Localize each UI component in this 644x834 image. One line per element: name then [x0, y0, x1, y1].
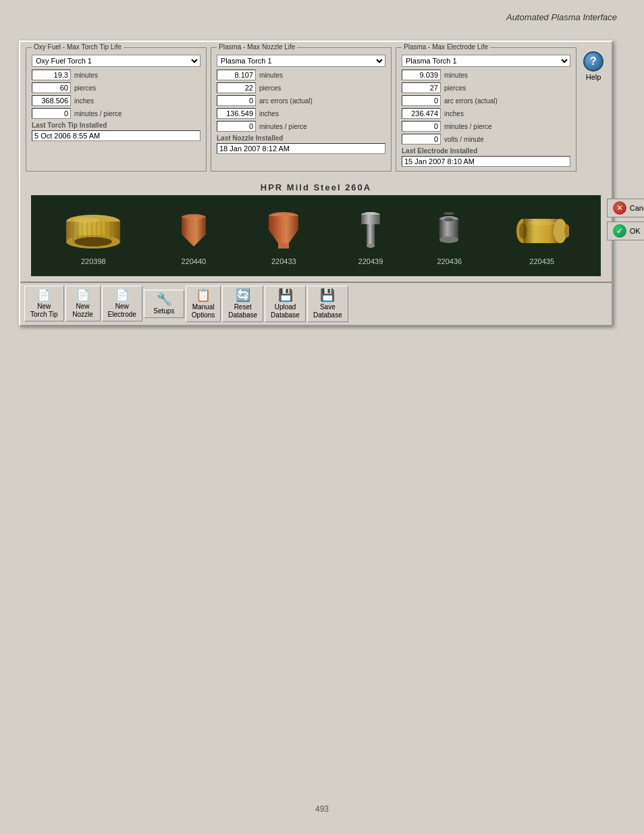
- nozzle-pierces-unit: pierces: [259, 84, 281, 92]
- parts-section: 220398: [26, 195, 606, 276]
- svg-point-30: [439, 236, 458, 243]
- oxy-fuel-dropdown[interactable]: Oxy Fuel Torch 1: [32, 55, 200, 67]
- nozzle-minutes-row: 8.107 minutes: [217, 70, 385, 80]
- oxy-mpp-row: 0 minutes / pierce: [32, 108, 200, 119]
- cancel-button[interactable]: ✕ Cancel: [607, 199, 644, 217]
- reset-database-button[interactable]: 🔄 ResetDatabase: [222, 286, 263, 322]
- oxy-last-date: 5 Oct 2006 8:55 AM: [32, 130, 200, 141]
- nozzle-arc-errors-unit: arc errors (actual): [259, 97, 313, 105]
- nozzle-last-label: Last Nozzle Installed: [217, 134, 385, 142]
- ok-label: OK: [630, 227, 641, 235]
- action-buttons: ✕ Cancel ✓ OK: [607, 199, 644, 240]
- svg-point-37: [529, 220, 556, 226]
- info-bar: HPR Mild Steel 260A: [20, 177, 612, 195]
- manual-options-button[interactable]: 📋 ManualOptions: [186, 286, 221, 322]
- new-torch-tip-label: NewTorch Tip: [30, 303, 58, 319]
- oxy-minutes-unit: minutes: [74, 72, 98, 79]
- help-button[interactable]: ? Help: [583, 51, 603, 81]
- ok-icon: ✓: [613, 224, 626, 238]
- oxy-fuel-panel: Oxy Fuel - Max Torch Tip Life Oxy Fuel T…: [26, 47, 207, 172]
- part-visual-220439: [357, 209, 384, 253]
- nozzle-inches-unit: inches: [259, 110, 279, 118]
- part-visual-220435: [515, 209, 569, 253]
- part-label-220433: 220433: [271, 257, 296, 265]
- outer-wrapper: Automated Plasma Interface Oxy Fuel - Ma…: [0, 0, 644, 834]
- new-torch-tip-button[interactable]: 📄 NewTorch Tip: [24, 286, 64, 321]
- plasma-electrode-dropdown[interactable]: Plasma Torch 1: [402, 55, 570, 67]
- page-number: 493: [315, 804, 329, 814]
- new-electrode-label: NewElectrode: [108, 303, 136, 319]
- cancel-label: Cancel: [630, 204, 644, 212]
- svg-point-17: [184, 215, 203, 219]
- new-electrode-icon: 📄: [115, 288, 129, 301]
- part-svg-220433: [263, 209, 304, 253]
- oxy-fuel-title: Oxy Fuel - Max Torch Tip Life: [32, 43, 124, 51]
- plasma-nozzle-title: Plasma - Max Nozzle Life: [217, 43, 297, 51]
- electrode-minutes-row: 9.039 minutes: [402, 70, 570, 80]
- plasma-electrode-title: Plasma - Max Electrode Life: [402, 43, 490, 51]
- app-title: Automated Plasma Interface: [506, 12, 617, 22]
- electrode-pierces-row: 27 pierces: [402, 82, 570, 93]
- setups-label: Setups: [153, 307, 174, 315]
- parts-area: 220398: [31, 195, 601, 276]
- electrode-mpp-value: 0: [402, 121, 441, 132]
- svg-marker-20: [269, 230, 298, 243]
- part-item-220436: 220436: [437, 209, 462, 265]
- oxy-pierces-unit: pierces: [74, 84, 96, 92]
- new-nozzle-icon: 📄: [76, 288, 90, 301]
- electrode-inches-unit: inches: [444, 110, 464, 118]
- oxy-inches-value: 368.506: [32, 95, 71, 106]
- svg-point-22: [273, 213, 294, 217]
- nozzle-inches-row: 136.549 inches: [217, 108, 385, 119]
- new-electrode-button[interactable]: 📄 NewElectrode: [102, 286, 142, 321]
- nozzle-pierces-value: 22: [217, 82, 256, 93]
- plasma-nozzle-panel: Plasma - Max Nozzle Life Plasma Torch 1 …: [211, 47, 392, 172]
- part-visual-220398: [63, 209, 124, 253]
- part-svg-220439: [357, 209, 384, 253]
- svg-rect-19: [269, 216, 298, 230]
- electrode-last-label: Last Electrode Installed: [402, 147, 570, 155]
- save-database-button[interactable]: 💾 SaveDatabase: [307, 286, 348, 322]
- electrode-pierces-value: 27: [402, 82, 441, 93]
- new-torch-tip-icon: 📄: [37, 288, 51, 301]
- new-nozzle-label: NewNozzle: [72, 303, 93, 319]
- part-label-220435: 220435: [529, 257, 554, 265]
- electrode-arc-errors-value: 0: [402, 95, 441, 106]
- electrode-arc-errors-unit: arc errors (actual): [444, 97, 498, 105]
- svg-rect-24: [361, 215, 380, 224]
- oxy-pierces-row: 60 pierces: [32, 82, 200, 93]
- electrode-mpp-unit: minutes / pierce: [444, 123, 492, 130]
- oxy-mpp-value: 0: [32, 108, 71, 119]
- electrode-arc-errors-row: 0 arc errors (actual): [402, 95, 570, 106]
- part-svg-220436: [437, 209, 461, 253]
- manual-options-icon: 📋: [196, 288, 211, 303]
- stats-row: Oxy Fuel - Max Torch Tip Life Oxy Fuel T…: [20, 42, 612, 177]
- part-item-220440: 220440: [177, 209, 211, 265]
- new-nozzle-button[interactable]: 📄 NewNozzle: [65, 286, 101, 321]
- plasma-electrode-panel: Plasma - Max Electrode Life Plasma Torch…: [396, 47, 576, 172]
- nozzle-last-date: 18 Jan 2007 8:12 AM: [217, 143, 385, 154]
- electrode-minutes-unit: minutes: [444, 72, 468, 79]
- setups-icon: 🔧: [157, 292, 171, 307]
- part-item-220398: 220398: [63, 209, 124, 265]
- electrode-inches-value: 236.474: [402, 108, 441, 119]
- part-label-220436: 220436: [437, 257, 462, 265]
- upload-database-icon: 💾: [278, 288, 293, 303]
- electrode-last-date: 15 Jan 2007 8:10 AM: [402, 156, 570, 167]
- upload-database-button[interactable]: 💾 UploadDatabase: [265, 286, 306, 322]
- part-item-220433: 220433: [263, 209, 304, 265]
- plasma-nozzle-dropdown[interactable]: Plasma Torch 1: [217, 55, 385, 67]
- nozzle-minutes-value: 8.107: [217, 70, 256, 80]
- oxy-last-label: Last Torch Tip Installed: [32, 122, 200, 129]
- setups-button[interactable]: 🔧 Setups: [144, 290, 184, 318]
- help-icon: ?: [583, 51, 603, 72]
- main-window: Oxy Fuel - Max Torch Tip Life Oxy Fuel T…: [19, 41, 613, 326]
- ok-button[interactable]: ✓ OK: [607, 221, 644, 240]
- svg-point-27: [365, 212, 376, 215]
- reset-database-label: ResetDatabase: [228, 303, 257, 319]
- electrode-pierces-unit: pierces: [444, 84, 466, 92]
- nozzle-inches-value: 136.549: [217, 108, 256, 119]
- part-svg-220398: [63, 209, 124, 253]
- electrode-vpm-value: 0: [402, 134, 441, 145]
- nozzle-minutes-unit: minutes: [259, 72, 283, 79]
